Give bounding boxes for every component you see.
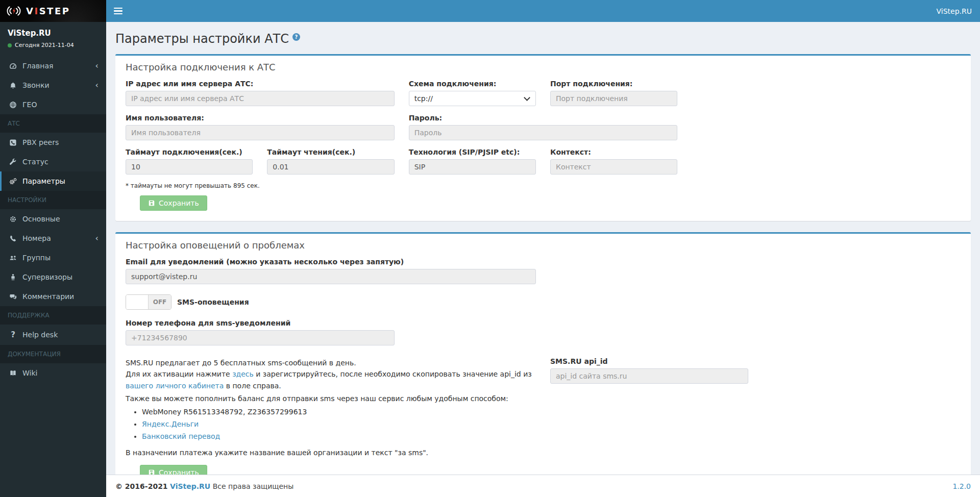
bank-transfer-link[interactable]: Банковский перевод — [142, 432, 220, 440]
sidebar-menu: Главная ‹ Звонки ‹ ГЕО АТС — [0, 56, 106, 497]
question-circle-icon[interactable]: ? — [292, 33, 300, 41]
sidebar: VISTEP ViStep.RU Сегодня 2021-11-04 Глав… — [0, 0, 106, 497]
api-id-label: SMS.RU api_id — [550, 357, 748, 365]
chevron-left-icon: ‹ — [95, 236, 99, 241]
gears-icon — [8, 178, 18, 185]
phone-square-icon — [8, 139, 18, 146]
balance-intro: Также вы можете пополнить баланс для отп… — [126, 394, 961, 403]
payment-options-list: WebMoney R561513348792, Z236357299613 Ян… — [126, 408, 961, 440]
sidebar-item-nomera[interactable]: Номера ‹ — [0, 229, 106, 248]
footer-copyright: © 2016-2021 ViStep.RU Все права защищены — [115, 482, 293, 490]
read-timeout-label: Таймаут чтения(сек.) — [267, 148, 394, 156]
sidebar-item-parametry[interactable]: Параметры — [0, 171, 106, 191]
vistep-radio-icon — [6, 6, 21, 16]
sidebar-item-kommentarii[interactable]: Комментарии — [0, 287, 106, 306]
payment-note: В назначении платежа укажите название ва… — [126, 449, 961, 457]
scheme-select-wrap: tcp:// — [409, 91, 536, 106]
user-name: ViStep.RU — [8, 29, 99, 38]
read-timeout-input[interactable] — [267, 159, 394, 175]
username-label: Имя пользователя: — [126, 114, 395, 122]
dashboard-icon — [8, 62, 18, 70]
status-text: Сегодня 2021-11-04 — [15, 42, 74, 48]
gear-icon — [8, 215, 18, 223]
book-icon — [8, 369, 18, 377]
floppy-save-icon — [148, 469, 155, 475]
username-input[interactable] — [126, 125, 395, 140]
ip-input[interactable] — [126, 91, 395, 106]
password-input[interactable] — [409, 125, 678, 140]
sidebar-item-supervizory[interactable]: Супервизоры — [0, 267, 106, 287]
save-connection-button[interactable]: Сохранить — [140, 195, 207, 211]
person-icon — [8, 274, 18, 281]
panel-notifications-title: Настройка оповещений о проблемах — [115, 234, 971, 253]
sidebar-section-podderzhka: ПОДДЕРЖКА — [0, 306, 106, 325]
users-icon — [8, 254, 18, 262]
version-link[interactable]: 1.2.0 — [952, 482, 971, 490]
payment-option-webmoney: WebMoney R561513348792, Z236357299613 — [142, 408, 961, 416]
sidebar-item-zvonki[interactable]: Звонки ‹ — [0, 76, 106, 95]
sms-toggle-knob — [126, 295, 149, 309]
chevron-left-icon: ‹ — [95, 83, 99, 88]
top-navbar: ViStep.RU — [106, 0, 980, 22]
phone-input[interactable] — [126, 330, 395, 345]
phone-icon — [8, 235, 18, 242]
page-title: Параметры настройки АТС ? — [115, 32, 971, 46]
sms-ru-register-link[interactable]: здесь — [232, 370, 254, 378]
ip-label: IP адрес или имя сервера АТС: — [126, 80, 395, 88]
port-input[interactable] — [550, 91, 677, 106]
sidebar-item-wiki[interactable]: Wiki — [0, 363, 106, 383]
navbar-brand-link[interactable]: ViStep.RU — [928, 7, 980, 15]
phone-label: Номер телефона для sms-уведомлений — [126, 319, 395, 327]
bell-icon — [8, 82, 18, 89]
technology-input[interactable] — [409, 159, 536, 175]
payment-option-yandex: Яндекс.Деньги — [142, 420, 961, 428]
footer: © 2016-2021 ViStep.RU Все права защищены… — [106, 475, 980, 497]
app-root: VISTEP ViStep.RU Сегодня 2021-11-04 Глав… — [0, 0, 980, 497]
chevron-left-icon: ‹ — [95, 63, 99, 68]
sidebar-section-ats: АТС — [0, 114, 106, 133]
yandex-money-link[interactable]: Яндекс.Деньги — [142, 420, 199, 428]
sidebar-item-glavnaya[interactable]: Главная ‹ — [0, 56, 106, 76]
content-area: Параметры настройки АТС ? Настройка подк… — [106, 22, 980, 475]
email-input[interactable] — [126, 269, 536, 284]
panel-connection: Настройка подключения к АТС IP адрес или… — [115, 54, 971, 221]
payment-option-bank: Банковский перевод — [142, 432, 961, 440]
sidebar-item-status[interactable]: Статус — [0, 152, 106, 171]
globe-icon — [8, 101, 18, 109]
sms-toggle-row: OFF SMS-оповещения — [126, 294, 961, 310]
comments-icon — [8, 293, 18, 301]
panel-notifications: Настройка оповещений о проблемах Email д… — [115, 232, 971, 475]
panel-connection-title: Настройка подключения к АТС — [115, 56, 971, 74]
wrench-icon — [8, 158, 18, 166]
save-notifications-button[interactable]: Сохранить — [140, 465, 207, 475]
sidebar-section-dokumentaciya: ДОКУМЕНТАЦИЯ — [0, 345, 106, 363]
hamburger-icon[interactable] — [106, 0, 130, 22]
sms-toggle-state: OFF — [149, 295, 171, 309]
connect-timeout-input[interactable] — [126, 159, 253, 175]
sms-ru-cabinet-link[interactable]: вашего личного кабинета — [126, 382, 224, 390]
sidebar-logo[interactable]: VISTEP — [0, 0, 106, 22]
question-icon: ? — [8, 330, 18, 339]
sidebar-item-osnovnye[interactable]: Основные — [0, 209, 106, 229]
password-label: Пароль: — [409, 114, 678, 122]
sidebar-item-help-desk[interactable]: ? Help desk — [0, 325, 106, 345]
user-status: Сегодня 2021-11-04 — [8, 42, 99, 48]
sidebar-item-pbx-peers[interactable]: PBX peers — [0, 133, 106, 152]
sidebar-user-panel: ViStep.RU Сегодня 2021-11-04 — [0, 22, 106, 56]
email-label: Email для уведомлений (можно указать нес… — [126, 258, 536, 266]
sidebar-item-gruppy[interactable]: Группы — [0, 248, 106, 267]
main-column: ViStep.RU Параметры настройки АТС ? Наст… — [106, 0, 980, 497]
timeout-note: * таймауты не могут превышать 895 сек. — [126, 182, 961, 189]
footer-brand-link[interactable]: ViStep.RU — [170, 482, 210, 490]
sms-toggle-label: SMS-оповещения — [177, 298, 249, 306]
scheme-select[interactable]: tcp:// — [409, 91, 536, 106]
sidebar-item-geo[interactable]: ГЕО — [0, 95, 106, 114]
sms-ru-info: SMS.RU предлагает до 5 бесплатных sms-со… — [126, 357, 536, 391]
api-id-input[interactable] — [550, 368, 748, 384]
sms-toggle[interactable]: OFF — [126, 294, 172, 310]
logo-wordmark: VISTEP — [26, 7, 70, 16]
floppy-save-icon — [148, 200, 155, 207]
green-status-dot-icon — [8, 43, 12, 47]
port-label: Порт подключения: — [550, 80, 677, 88]
context-input[interactable] — [550, 159, 677, 175]
